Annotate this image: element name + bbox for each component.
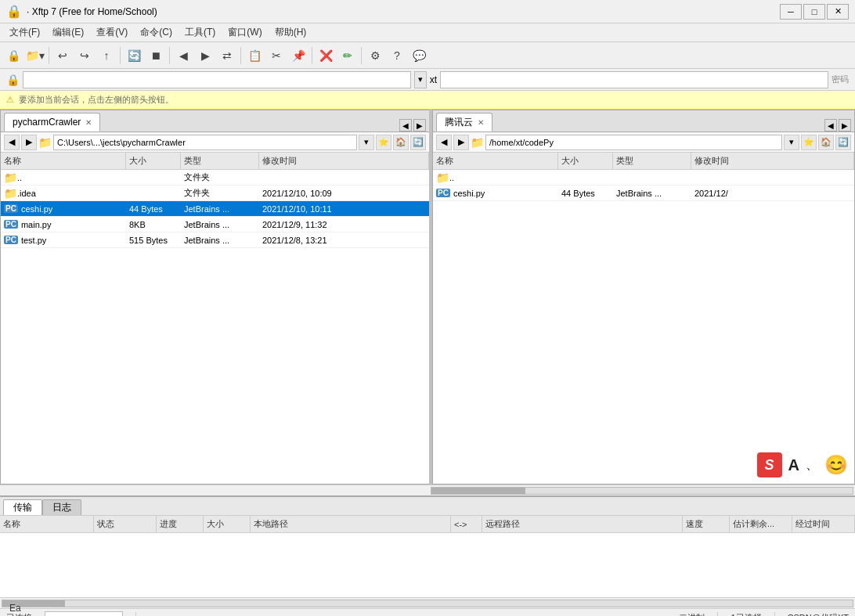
address-dropdown[interactable]: ▾ — [414, 71, 427, 88]
status-server-input[interactable] — [45, 611, 123, 617]
toolbar-sep-2 — [120, 47, 121, 64]
right-nav-forward[interactable]: ▶ — [453, 135, 469, 150]
toolbar-rename[interactable]: ✏ — [337, 45, 358, 66]
left-tab-prev[interactable]: ◀ — [399, 119, 412, 131]
toolbar-open-session[interactable]: 📁▾ — [25, 45, 45, 66]
csdn-smile-icon: 😊 — [824, 454, 848, 476]
right-tab-close[interactable]: ✕ — [478, 118, 484, 127]
password-input[interactable] — [440, 71, 828, 88]
left-tab-close[interactable]: ✕ — [85, 118, 92, 127]
csdn-a-text: A — [788, 456, 799, 474]
maximize-button[interactable]: □ — [803, 4, 825, 20]
toolbar-forward[interactable]: ↪ — [74, 45, 95, 66]
right-tab-prev[interactable]: ◀ — [824, 119, 837, 131]
left-home[interactable]: 🏠 — [393, 135, 409, 150]
left-path-input[interactable] — [53, 135, 357, 150]
menu-file[interactable]: 文件(F) — [3, 24, 46, 41]
right-col-date[interactable]: 修改时间 — [691, 153, 854, 169]
toolbar-transfer-left[interactable]: ◀ — [173, 45, 193, 66]
left-cell-size-0 — [126, 170, 181, 185]
watermark-area: S A 、 😊 — [433, 446, 854, 484]
py-icon-2: PC — [4, 204, 18, 213]
minimize-button[interactable]: ─ — [780, 4, 802, 20]
toolbar-sep-5 — [312, 47, 312, 64]
right-tab-next[interactable]: ▶ — [839, 119, 851, 131]
left-tab-pycharm[interactable]: pycharmCrawler ✕ — [4, 113, 100, 131]
toolbar-new-session[interactable]: 🔒 — [3, 45, 23, 66]
bottom-hscroll[interactable] — [0, 597, 855, 608]
right-nav-back[interactable]: ◀ — [436, 135, 452, 150]
menu-command[interactable]: 命令(C) — [134, 24, 179, 41]
session-address-input[interactable] — [23, 71, 411, 88]
right-refresh[interactable]: 🔄 — [835, 135, 851, 150]
toolbar-transfer-both[interactable]: ⇄ — [217, 45, 237, 66]
right-tab-tencent[interactable]: 腾讯云 ✕ — [436, 113, 492, 131]
toolbar-help[interactable]: ? — [387, 45, 407, 66]
menu-tools[interactable]: 工具(T) — [179, 24, 222, 41]
py-icon-4: PC — [4, 236, 18, 244]
right-path-input[interactable] — [485, 135, 782, 150]
right-hscroll-thumb[interactable] — [431, 488, 525, 494]
toolbar-settings[interactable]: ⚙ — [365, 45, 385, 66]
right-col-type[interactable]: 类型 — [613, 153, 691, 169]
left-cell-name-3: PC main.py — [1, 217, 126, 232]
titlebar-left: 🔒 · Xftp 7 (Free for Home/School) — [6, 4, 157, 19]
left-col-name[interactable]: 名称 — [1, 153, 126, 169]
right-cell-size-1: 44 Bytes — [558, 186, 613, 200]
menu-help[interactable]: 帮助(H) — [269, 24, 313, 41]
toolbar-paste[interactable]: 📌 — [288, 45, 308, 66]
transfer-tab-transfer[interactable]: 传输 — [3, 499, 42, 515]
right-home[interactable]: 🏠 — [818, 135, 834, 150]
toolbar-sep-3 — [169, 47, 170, 64]
menu-view[interactable]: 查看(V) — [90, 24, 134, 41]
left-nav-forward[interactable]: ▶ — [21, 135, 37, 150]
left-file-row[interactable]: PC test.py 515 Bytes JetBrains ... 2021/… — [1, 232, 429, 248]
toolbar-chat[interactable]: 💬 — [409, 45, 429, 66]
left-bookmark[interactable]: ⭐ — [376, 135, 391, 150]
right-col-size[interactable]: 大小 — [558, 153, 613, 169]
left-nav-back[interactable]: ◀ — [4, 135, 20, 150]
left-col-size[interactable]: 大小 — [126, 153, 181, 169]
toolbar-delete[interactable]: ❌ — [316, 45, 336, 66]
left-file-row-selected[interactable]: PC ceshi.py 44 Bytes JetBrains ... 2021/… — [1, 201, 429, 217]
toolbar-transfer-right[interactable]: ▶ — [195, 45, 215, 66]
left-file-row[interactable]: 📁 .. 文件夹 — [1, 170, 429, 186]
left-tab-next[interactable]: ▶ — [413, 119, 426, 131]
titlebar-title: · Xftp 7 (Free for Home/School) — [27, 6, 157, 17]
left-col-date[interactable]: 修改时间 — [259, 153, 429, 169]
right-file-row[interactable]: PC ceshi.py 44 Bytes JetBrains ... 2021/… — [433, 186, 854, 201]
toolbar-sep-6 — [361, 47, 362, 64]
left-cell-type-0: 文件夹 — [181, 170, 259, 185]
toolbar-cut[interactable]: ✂ — [266, 45, 287, 66]
status-sep-1 — [135, 612, 136, 617]
left-col-type[interactable]: 类型 — [181, 153, 259, 169]
toolbar-copy[interactable]: 📋 — [244, 45, 265, 66]
left-file-row[interactable]: PC main.py 8KB JetBrains ... 2021/12/9, … — [1, 217, 429, 232]
right-col-name[interactable]: 名称 — [433, 153, 558, 169]
bottom-hscroll-track[interactable] — [2, 600, 853, 607]
right-addr-dropdown[interactable]: ▾ — [784, 135, 799, 150]
left-file-row[interactable]: 📁 .idea 文件夹 2021/12/10, 10:09 — [1, 186, 429, 201]
menu-window[interactable]: 窗口(W) — [222, 24, 268, 41]
right-tab-strip: 腾讯云 ✕ ◀ ▶ — [433, 110, 854, 132]
right-pane: 腾讯云 ✕ ◀ ▶ ◀ ▶ 📁 ▾ ⭐ 🏠 🔄 名称 — [432, 110, 855, 485]
right-hscroll[interactable] — [429, 485, 855, 496]
lock-icon: 🔒 — [6, 74, 20, 86]
transfer-tab-log[interactable]: 日志 — [42, 499, 81, 515]
toolbar-back[interactable]: ↩ — [52, 45, 73, 66]
right-bookmark[interactable]: ⭐ — [801, 135, 817, 150]
toolbar-up[interactable]: ↑ — [96, 45, 117, 66]
left-cell-type-2: JetBrains ... — [181, 201, 259, 216]
left-refresh[interactable]: 🔄 — [410, 135, 426, 150]
trans-col-status: 状态 — [94, 516, 157, 532]
toolbar-refresh[interactable]: 🔄 — [124, 45, 144, 66]
status-watermark: CSDN@代码XT — [788, 612, 849, 616]
right-hscroll-track[interactable] — [431, 487, 853, 495]
right-file-row[interactable]: 📁 .. — [433, 170, 854, 186]
left-addr-dropdown[interactable]: ▾ — [359, 135, 374, 150]
trans-col-eta: 估计剩余... — [730, 516, 792, 532]
menu-edit[interactable]: 编辑(E) — [46, 24, 90, 41]
status-sep-2 — [717, 612, 718, 617]
toolbar-stop[interactable]: ⏹ — [146, 45, 166, 66]
close-button[interactable]: ✕ — [827, 4, 849, 20]
